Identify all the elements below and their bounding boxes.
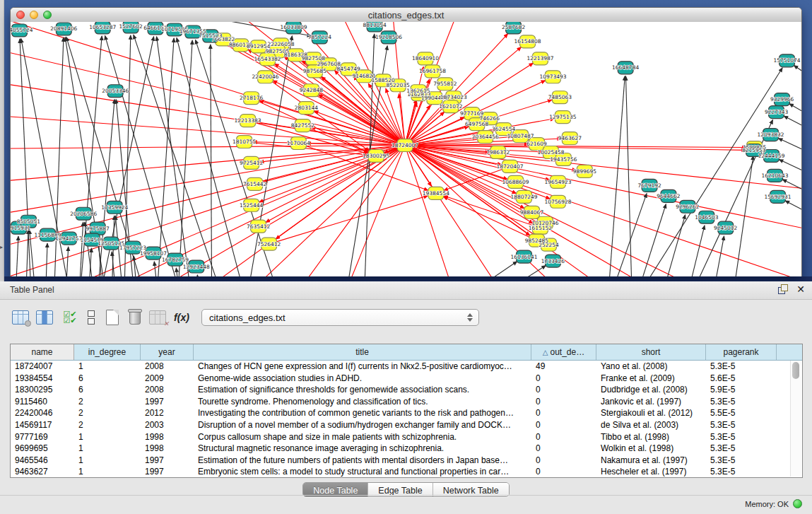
table-select-dropdown[interactable]: citations_edges.txt xyxy=(201,309,479,326)
table-cell[interactable]: 5.6E-5 xyxy=(706,373,777,385)
column-header-in_degree[interactable]: in_degree xyxy=(74,344,141,360)
table-row[interactable]: 946362711997Embryonic stem cells: a mode… xyxy=(11,466,802,478)
table-row[interactable]: 946554611997Estimation of the future num… xyxy=(11,455,802,467)
table-cell[interactable]: Franke et al. (2009) xyxy=(596,373,706,385)
table-cell[interactable]: 0 xyxy=(531,407,596,419)
table-row[interactable]: 1830029562008Estimation of significance … xyxy=(11,384,802,396)
table-cell[interactable]: Estimation of significance thresholds fo… xyxy=(194,384,531,396)
table-cell[interactable]: Structural magnetic resonance image aver… xyxy=(194,443,531,455)
table-cell[interactable]: 5.3E-5 xyxy=(706,466,777,478)
network-canvas[interactable]: 1872400776638228860128891295422226058982… xyxy=(11,22,801,276)
graph-edge[interactable] xyxy=(11,114,405,146)
table-cell[interactable]: 0 xyxy=(531,396,596,408)
graph-edge[interactable] xyxy=(211,45,212,276)
table-cell[interactable]: 2009 xyxy=(141,373,194,385)
select-columns-icon[interactable]: ☑✔☑✔ xyxy=(59,307,81,328)
row-height-icon[interactable] xyxy=(81,307,102,328)
graph-edge[interactable] xyxy=(279,146,406,276)
table-cell[interactable]: Wolkin et al. (1998) xyxy=(596,443,706,455)
table-cell[interactable]: 2 xyxy=(74,396,141,408)
table-cell[interactable]: 19384554 xyxy=(11,373,74,385)
table-row[interactable]: 2242004622012Investigating the contribut… xyxy=(11,407,802,419)
table-cell[interactable]: 5.3E-5 xyxy=(706,431,777,443)
graph-edge[interactable] xyxy=(64,247,68,276)
graph-edge[interactable] xyxy=(45,243,47,276)
table-cell[interactable]: Estimation of the future numbers of pati… xyxy=(194,455,531,467)
table-cell[interactable]: 2 xyxy=(74,407,141,419)
table-row[interactable]: 1456911722003Disruption of a novel membe… xyxy=(11,419,802,431)
graph-edge[interactable] xyxy=(784,116,801,139)
show-column-icon[interactable] xyxy=(34,307,55,328)
table-cell[interactable]: 18724007 xyxy=(11,361,74,373)
graph-edge[interactable] xyxy=(197,275,203,276)
table-cell[interactable]: Tourette syndrome. Phenomenology and cla… xyxy=(194,396,531,408)
table-cell[interactable]: 14569117 xyxy=(11,419,74,431)
table-cell[interactable]: 5.3E-5 xyxy=(706,396,777,408)
table-cell[interactable]: 22420046 xyxy=(11,407,74,419)
table-row[interactable]: 969969511998Structural magnetic resonanc… xyxy=(11,443,802,455)
table-cell[interactable]: 2008 xyxy=(141,384,194,396)
table-cell[interactable]: 1998 xyxy=(141,431,194,443)
graph-edge[interactable] xyxy=(405,146,801,234)
delete-table-icon[interactable] xyxy=(124,307,146,328)
table-cell[interactable]: 2003 xyxy=(141,419,194,431)
graph-edge[interactable] xyxy=(785,201,801,223)
scrollbar-thumb[interactable] xyxy=(792,362,799,379)
table-cell[interactable]: 1997 xyxy=(141,466,194,478)
table-cell[interactable]: 1 xyxy=(74,431,141,443)
table-vertical-scrollbar[interactable] xyxy=(790,361,801,477)
table-row[interactable]: 1938455462009Genome-wide association stu… xyxy=(11,373,802,385)
graph-edge[interactable] xyxy=(464,265,546,276)
column-header-name[interactable]: name xyxy=(11,344,74,360)
graph-edge[interactable] xyxy=(709,236,724,276)
graph-edge[interactable] xyxy=(399,94,405,146)
table-row[interactable]: 911546021997Tourette syndrome. Phenomeno… xyxy=(11,396,802,408)
graph-edge[interactable] xyxy=(256,122,405,145)
citation-graph[interactable]: 1872400776638228860128891295422226058982… xyxy=(11,22,801,276)
table-cell[interactable]: 6 xyxy=(74,373,141,385)
table-cell[interactable]: 2012 xyxy=(141,407,194,419)
graph-edge[interactable] xyxy=(794,66,801,89)
column-header-year[interactable]: year xyxy=(141,344,194,360)
table-cell[interactable]: 1 xyxy=(74,466,141,478)
graph-edge[interactable] xyxy=(405,99,416,145)
table-row[interactable]: 977716911998Corpus callosum shape and si… xyxy=(11,431,802,443)
memory-status-indicator[interactable] xyxy=(793,499,802,508)
table-settings-icon[interactable] xyxy=(10,307,31,328)
table-cell[interactable]: 5.5E-5 xyxy=(706,407,777,419)
graph-edge[interactable] xyxy=(630,204,666,276)
graph-edge[interactable] xyxy=(682,226,705,276)
float-panel-icon[interactable] xyxy=(778,284,788,294)
graph-edge[interactable] xyxy=(730,156,753,276)
table-cell[interactable]: 9465546 xyxy=(11,455,74,467)
table-cell[interactable]: Embryonic stem cells: a model to study s… xyxy=(194,466,531,478)
table-cell[interactable]: 0 xyxy=(531,431,596,443)
table-cell[interactable]: 5.3E-5 xyxy=(706,361,777,373)
graph-edge[interactable] xyxy=(314,111,405,146)
table-cell[interactable]: 2 xyxy=(74,419,141,431)
column-header-out_de[interactable]: △out_de… xyxy=(531,344,596,360)
graph-edge[interactable] xyxy=(656,215,686,276)
table-cell[interactable]: 0 xyxy=(531,455,596,467)
table-cell[interactable]: Yano et al. (2008) xyxy=(596,361,706,373)
table-cell[interactable]: 5.3E-5 xyxy=(706,419,777,431)
new-table-icon[interactable] xyxy=(102,307,123,328)
table-cell[interactable]: 9463627 xyxy=(11,466,74,478)
graph-edge[interactable] xyxy=(625,76,632,276)
table-cell[interactable]: 2008 xyxy=(141,361,194,373)
graph-edge[interactable] xyxy=(606,76,625,276)
column-header-short[interactable]: short xyxy=(596,344,706,360)
table-cell[interactable]: 49 xyxy=(531,361,596,373)
table-cell[interactable]: 5.3E-5 xyxy=(706,443,777,455)
table-cell[interactable]: Disruption of a novel member of a sodium… xyxy=(194,419,531,431)
table-cell[interactable]: Changes of HCN gene expression and I(f) … xyxy=(194,361,531,373)
table-cell[interactable]: 5.3E-5 xyxy=(706,455,777,467)
table-cell[interactable]: 1 xyxy=(74,361,141,373)
graph-edge[interactable] xyxy=(177,38,251,276)
table-cell[interactable]: 5.9E-5 xyxy=(706,384,777,396)
table-cell[interactable]: de Silva et al. (2003) xyxy=(596,419,706,431)
table-cell[interactable]: Jankovic et al. (1997) xyxy=(596,396,706,408)
table-cell[interactable]: 1 xyxy=(74,455,141,467)
table-row[interactable]: 1872400712008Changes of HCN gene express… xyxy=(11,361,802,373)
network-window[interactable]: citations_edges.txt 18724007766382288601… xyxy=(10,7,802,276)
